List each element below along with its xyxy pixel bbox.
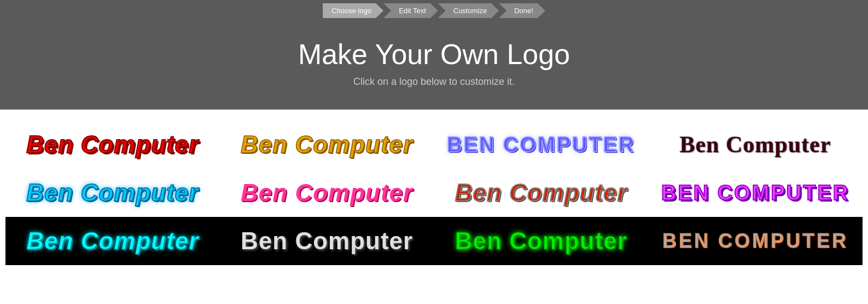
logo-cell-6[interactable]: Ben Computer bbox=[220, 169, 434, 217]
hero-subtitle: Click on a logo below to customize it. bbox=[11, 76, 857, 88]
wizard-step-done[interactable]: Done! bbox=[499, 3, 545, 18]
wizard-step-customize[interactable]: Customize bbox=[438, 3, 499, 18]
logo-cell-7[interactable]: Ben Computer bbox=[434, 169, 649, 217]
logo-cell-3[interactable]: Ben Computer bbox=[434, 121, 649, 169]
logo-cell-2[interactable]: Ben Computer bbox=[220, 121, 434, 169]
logo-option-4[interactable]: Ben Computer bbox=[680, 131, 831, 158]
logo-option-9[interactable]: Ben Computer bbox=[26, 227, 199, 255]
logo-option-8[interactable]: Ben Computer bbox=[661, 181, 849, 205]
logo-cell-8[interactable]: Ben Computer bbox=[648, 169, 863, 217]
logo-option-5[interactable]: Ben Computer bbox=[26, 179, 199, 207]
wizard-step-done-label[interactable]: Done! bbox=[499, 3, 545, 18]
logo-cell-10[interactable]: Ben Computer bbox=[220, 217, 434, 265]
wizard-step-customize-label[interactable]: Customize bbox=[438, 3, 499, 18]
wizard-step-edit-text-label[interactable]: Edit Text bbox=[383, 3, 438, 18]
logo-cell-5[interactable]: Ben Computer bbox=[5, 169, 220, 217]
wizard-step-edit-text[interactable]: Edit Text bbox=[383, 3, 438, 18]
hero-title: Make Your Own Logo bbox=[11, 38, 857, 71]
logo-option-3[interactable]: Ben Computer bbox=[447, 133, 635, 157]
logo-option-1[interactable]: Ben Computer bbox=[26, 131, 199, 158]
logo-option-2[interactable]: Ben Computer bbox=[241, 131, 413, 158]
logo-cell-12[interactable]: Ben Computer bbox=[648, 217, 863, 265]
logo-option-11[interactable]: Ben Computer bbox=[455, 227, 627, 255]
logo-cell-11[interactable]: Ben Computer bbox=[434, 217, 649, 265]
hero-section: Make Your Own Logo Click on a logo below… bbox=[0, 21, 868, 110]
wizard-bar: Choose logo Edit Text Customize Done! bbox=[0, 0, 868, 21]
logo-option-12[interactable]: Ben Computer bbox=[662, 230, 848, 253]
logo-grid: Ben Computer Ben Computer Ben Computer B… bbox=[0, 110, 868, 276]
logo-option-6[interactable]: Ben Computer bbox=[241, 179, 413, 207]
wizard-step-choose-logo-label[interactable]: Choose logo bbox=[323, 3, 383, 18]
logo-option-10[interactable]: Ben Computer bbox=[241, 227, 413, 255]
logo-cell-4[interactable]: Ben Computer bbox=[648, 121, 863, 169]
logo-option-7[interactable]: Ben Computer bbox=[455, 179, 627, 207]
logo-cell-9[interactable]: Ben Computer bbox=[5, 217, 220, 265]
logo-cell-1[interactable]: Ben Computer bbox=[5, 121, 220, 169]
wizard-step-choose-logo[interactable]: Choose logo bbox=[323, 3, 383, 18]
